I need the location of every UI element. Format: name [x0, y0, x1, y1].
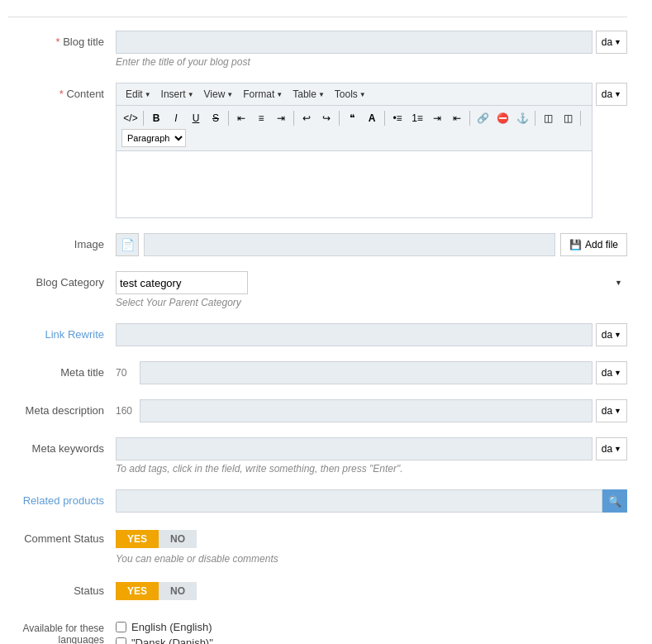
meta-title-field: 70 da — [116, 361, 627, 384]
image-field: 📄 💾 Add file — [116, 233, 627, 256]
meta-title-inner: 70 — [116, 361, 593, 384]
underline-btn[interactable]: U — [187, 109, 205, 127]
insert-menu[interactable]: Insert — [157, 87, 198, 102]
status-yes-btn[interactable]: YES — [116, 582, 159, 600]
blog-title-label: Blog title — [8, 31, 116, 48]
blog-category-field: test category Select Your Parent Categor… — [116, 271, 627, 308]
comment-status-toggle: YES NO — [116, 527, 627, 551]
blog-title-input-wrap: da — [116, 31, 627, 54]
status-field: YES NO — [116, 580, 627, 603]
link-btn[interactable]: 🔗 — [474, 109, 492, 127]
font-color-btn[interactable]: A — [363, 109, 381, 127]
editor-wrap: Edit Insert View Format Table Tools </> … — [116, 83, 627, 218]
meta-description-input[interactable] — [140, 399, 593, 422]
comment-status-hint: You can enable or disable comments — [116, 553, 627, 565]
paragraph-select[interactable]: Paragraph Heading 1 Heading 2 Heading 3 — [121, 129, 186, 147]
format-menu[interactable]: Format — [239, 87, 287, 102]
related-products-input[interactable] — [116, 489, 602, 513]
language-da-item: "Dansk (Danish)" — [116, 637, 627, 644]
meta-description-row: Meta description 160 da — [8, 399, 627, 422]
blog-title-field: da Enter the title of your blog post — [116, 31, 627, 68]
meta-title-label: Meta title — [8, 361, 116, 379]
content-lang-btn[interactable]: da — [596, 83, 627, 106]
content-row: Content Edit Insert View Format Table To… — [8, 83, 627, 218]
comment-status-yes-btn[interactable]: YES — [116, 530, 159, 548]
file-path-input[interactable] — [144, 233, 555, 256]
rich-editor: Edit Insert View Format Table Tools </> … — [116, 83, 593, 218]
meta-keywords-input[interactable] — [116, 437, 593, 460]
align-right-btn[interactable]: ⇥ — [272, 109, 290, 127]
blog-title-lang-btn[interactable]: da — [596, 31, 627, 54]
meta-description-inner: 160 — [116, 399, 593, 422]
meta-keywords-hint: To add tags, click in the field, write s… — [116, 463, 627, 475]
comment-status-no-btn[interactable]: NO — [159, 530, 197, 548]
status-label: Status — [8, 580, 116, 597]
image-input-wrap: 📄 💾 Add file — [116, 233, 627, 256]
content-field: Edit Insert View Format Table Tools </> … — [116, 83, 627, 218]
view-menu[interactable]: View — [200, 87, 238, 102]
toolbar-sep-8 — [580, 111, 581, 126]
edit-menu[interactable]: Edit — [121, 87, 155, 102]
blog-category-hint: Select Your Parent Category — [116, 297, 627, 308]
toolbar-sep-3 — [293, 111, 294, 126]
search-icon: 🔍 — [608, 495, 621, 508]
add-file-btn[interactable]: 💾 Add file — [560, 233, 627, 256]
tools-menu[interactable]: Tools — [331, 87, 370, 102]
link-rewrite-lang-btn[interactable]: da — [596, 323, 627, 346]
comment-status-row: Comment Status YES NO You can enable or … — [8, 527, 627, 565]
editor-body[interactable] — [117, 151, 592, 217]
meta-keywords-lang-btn[interactable]: da — [596, 437, 627, 460]
toolbar-sep-4 — [339, 111, 340, 126]
align-center-btn[interactable]: ≡ — [252, 109, 270, 127]
blog-title-row: Blog title da Enter the title of your bl… — [8, 31, 627, 68]
meta-title-lang-btn[interactable]: da — [596, 361, 627, 384]
media-btn[interactable]: ◫ — [559, 109, 577, 127]
languages-checkboxes: English (English) "Dansk (Danish)" — [116, 618, 627, 644]
link-rewrite-field: da — [116, 323, 627, 346]
image-insert-btn[interactable]: ◫ — [539, 109, 557, 127]
meta-description-field: 160 da — [116, 399, 627, 422]
language-en-checkbox[interactable] — [116, 622, 126, 632]
redo-btn[interactable]: ↪ — [317, 109, 336, 127]
languages-label: Available for these languages — [8, 618, 116, 644]
undo-btn[interactable]: ↩ — [297, 109, 316, 127]
meta-description-lang-btn[interactable]: da — [596, 399, 627, 422]
unlink-btn[interactable]: ⛔ — [493, 109, 512, 127]
meta-title-row: Meta title 70 da — [8, 361, 627, 384]
editor-toolbar: </> B I U S ⇤ ≡ ⇥ ↩ ↪ ❝ — [117, 106, 592, 151]
language-en-item: English (English) — [116, 621, 627, 633]
status-no-btn[interactable]: NO — [159, 582, 197, 600]
indent-btn[interactable]: ⇥ — [428, 109, 446, 127]
align-left-btn[interactable]: ⇤ — [232, 109, 250, 127]
related-products-row: Related products 🔍 — [8, 489, 627, 513]
blog-title-input[interactable] — [116, 31, 593, 54]
italic-btn[interactable]: I — [167, 109, 185, 127]
languages-row: Available for these languages English (E… — [8, 618, 627, 644]
toolbar-sep-6 — [469, 111, 470, 126]
table-menu[interactable]: Table — [288, 87, 329, 102]
meta-keywords-row: Meta keywords da To add tags, click in t… — [8, 437, 627, 475]
blog-category-select-wrap: test category — [116, 271, 627, 294]
file-icon-btn[interactable]: 📄 — [116, 233, 139, 256]
meta-title-input[interactable] — [140, 361, 593, 384]
blockquote-btn[interactable]: ❝ — [343, 109, 361, 127]
comment-status-label: Comment Status — [8, 527, 116, 545]
meta-description-input-wrap: 160 da — [116, 399, 627, 422]
code-btn[interactable]: </> — [121, 109, 140, 127]
anchor-btn[interactable]: ⚓ — [513, 109, 531, 127]
meta-keywords-input-wrap: da — [116, 437, 627, 460]
strikethrough-btn[interactable]: S — [207, 109, 225, 127]
bold-btn[interactable]: B — [147, 109, 165, 127]
bullet-list-btn[interactable]: •≡ — [388, 109, 407, 127]
blog-category-select[interactable]: test category — [116, 271, 248, 294]
outdent-btn[interactable]: ⇤ — [448, 109, 466, 127]
blog-category-label: Blog Category — [8, 271, 116, 289]
language-da-checkbox[interactable] — [116, 637, 126, 644]
toolbar-sep-2 — [228, 111, 229, 126]
link-rewrite-input[interactable] — [116, 323, 593, 346]
status-toggle: YES NO — [116, 580, 627, 603]
related-search-btn[interactable]: 🔍 — [602, 489, 627, 513]
ordered-list-btn[interactable]: 1≡ — [408, 109, 426, 127]
related-input-wrap: 🔍 — [116, 489, 627, 513]
image-label: Image — [8, 233, 116, 250]
